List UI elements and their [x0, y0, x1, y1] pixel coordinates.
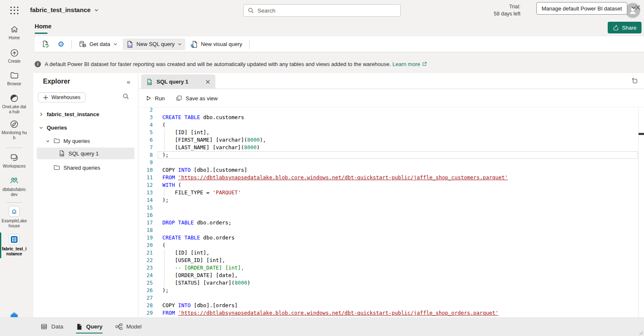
code-line[interactable]: 21 [ID] [int], — [139, 249, 644, 257]
line-number: 6 — [139, 136, 153, 144]
ribbon-toolbar: ⚙ Get data SQL New SQL query New visual … — [35, 36, 644, 52]
new-visual-query-button[interactable]: New visual query — [187, 38, 245, 50]
sidebar-item-home[interactable]: Home — [0, 25, 28, 41]
code-line[interactable]: 29FROM 'https://dbtlabsynapsedatalake.bl… — [139, 309, 644, 317]
sidebar-item-create[interactable]: Create — [0, 48, 28, 64]
copy-icon[interactable] — [631, 77, 638, 84]
code-line[interactable]: 16 — [139, 211, 644, 219]
sidebar-item-examplelakehouse[interactable]: ExampleLakehouse — [0, 206, 28, 229]
indent-guide — [164, 249, 164, 257]
scrollbar-marker[interactable] — [639, 133, 644, 135]
external-link-icon — [422, 61, 427, 66]
code-line[interactable]: 24 [ORDER_DATE] [date], — [139, 272, 644, 279]
code-line[interactable]: 23 -- [ORDER_DATE] [int], — [139, 264, 644, 272]
sidebar-item-monitoring-hub[interactable]: Monitoring hub — [0, 120, 28, 140]
code-line[interactable]: 27 — [139, 294, 644, 302]
code-line[interactable]: 20( — [139, 242, 644, 249]
code-line[interactable]: 13 FILE_TYPE = 'PARQUET' — [139, 189, 644, 196]
tab-model[interactable]: Model — [115, 317, 142, 336]
code-line[interactable]: 17DROP TABLE dbo.orders; — [139, 219, 644, 227]
get-data-button[interactable]: Get data — [76, 38, 121, 50]
divider — [249, 40, 250, 49]
indent-guide — [164, 189, 164, 196]
tab-data[interactable]: Data — [40, 317, 63, 336]
svg-text:SQL: SQL — [128, 44, 133, 47]
learn-more-link[interactable]: Learn more — [392, 61, 427, 67]
refresh-document-button[interactable] — [38, 38, 53, 50]
tab-home[interactable]: Home — [35, 23, 51, 30]
code-text — [153, 204, 162, 211]
line-number: 8 — [139, 151, 153, 159]
code-line[interactable]: 18 — [139, 227, 644, 234]
tree-item-sql-query-1[interactable]: SQL SQL query 1 — [37, 148, 134, 159]
tree-item-warehouse-root[interactable]: fabric_test_instance — [33, 108, 138, 120]
code-line[interactable]: 9 — [139, 159, 644, 166]
code-line[interactable]: 4( — [139, 121, 644, 129]
code-line[interactable]: 28COPY INTO [dbo].[orders] — [139, 302, 644, 309]
close-tab-icon[interactable] — [205, 79, 210, 84]
code-line[interactable]: 15 — [139, 204, 644, 211]
code-line[interactable]: 5 [ID] [int], — [139, 129, 644, 136]
editor-overview-ruler — [638, 108, 639, 317]
save-as-view-button[interactable]: Save as view — [176, 95, 218, 102]
code-line[interactable]: 26); — [139, 287, 644, 294]
line-number: 4 — [139, 121, 153, 129]
code-line[interactable]: 8); — [139, 151, 644, 159]
line-number: 18 — [139, 227, 153, 234]
code-line[interactable]: 10COPY INTO [dbo].[customers] — [139, 166, 644, 174]
code-line[interactable]: 6 [FIRST_NAME] [varchar](8000), — [139, 136, 644, 144]
sql-code-editor[interactable]: 23CREATE TABLE dbo.customers4(5 [ID] [in… — [139, 108, 644, 317]
banner-message: A default Power BI dataset for faster re… — [45, 61, 391, 67]
share-button[interactable]: Share — [608, 22, 641, 33]
line-number: 21 — [139, 249, 153, 257]
code-line[interactable]: 2 — [139, 108, 644, 114]
code-line[interactable]: 25 [STATUS] [varchar](8000) — [139, 279, 644, 287]
search-input[interactable]: Search — [243, 4, 401, 17]
sql-document-icon: SQL — [126, 41, 134, 48]
code-line[interactable]: 11FROM 'https://dbtlabsynapsedatalake.bl… — [139, 174, 644, 181]
chevron-right-icon — [38, 112, 43, 117]
code-lines: 23CREATE TABLE dbo.customers4(5 [ID] [in… — [139, 108, 644, 317]
code-line[interactable]: 19CREATE TABLE dbo.orders — [139, 234, 644, 242]
collapse-panel-icon[interactable]: « — [127, 78, 130, 85]
code-line[interactable]: 12WITH ( — [139, 181, 644, 189]
code-line[interactable]: 3CREATE TABLE dbo.customers — [139, 114, 644, 121]
tab-query[interactable]: Query — [76, 317, 103, 336]
run-button[interactable]: Run — [146, 95, 165, 102]
sidebar-item-fabric-test-instance[interactable]: fabric_test_instance — [0, 234, 28, 257]
line-number: 11 — [139, 174, 153, 181]
banner-close-icon[interactable] — [635, 5, 641, 10]
explorer-panel: Explorer « Warehouses fabric_test_instan… — [33, 73, 138, 317]
settings-button[interactable]: ⚙ — [54, 38, 68, 50]
code-text — [153, 211, 162, 219]
tree-item-shared-queries[interactable]: Shared queries — [33, 162, 138, 173]
workspace-switcher[interactable]: fabric_test_instance — [30, 6, 99, 13]
code-line[interactable]: 22 [USER_ID] [int], — [139, 257, 644, 264]
code-line[interactable]: 14); — [139, 196, 644, 204]
resize-grip[interactable] — [639, 331, 643, 335]
sidebar-item-dbtlabsfabricdev[interactable]: dbtlabsfabricdev — [0, 176, 28, 197]
tab-sql-query-1[interactable]: SQL SQL query 1 — [141, 74, 215, 89]
chevron-down-icon — [38, 125, 43, 130]
tree-item-queries[interactable]: Queries — [33, 122, 138, 133]
save-as-view-icon — [176, 95, 182, 102]
line-number: 9 — [139, 159, 153, 166]
code-text: [LAST_NAME] [varchar](8000) — [153, 144, 260, 151]
line-number: 15 — [139, 204, 153, 211]
add-warehouses-button[interactable]: Warehouses — [38, 92, 86, 102]
explorer-search-icon[interactable] — [123, 93, 129, 100]
code-text — [153, 159, 162, 166]
app-launcher-icon[interactable] — [9, 6, 19, 15]
sql-file-icon: SQL — [58, 150, 65, 157]
plus-circle-icon — [10, 48, 19, 57]
code-line[interactable]: 7 [LAST_NAME] [varchar](8000) — [139, 144, 644, 151]
sidebar-item-onelake-data-hub[interactable]: OneLake data hub — [0, 94, 28, 115]
manage-default-dataset-button[interactable]: Manage default Power BI dataset — [536, 2, 627, 15]
code-text: COPY INTO [dbo].[customers] — [153, 166, 247, 174]
search-icon — [248, 8, 254, 14]
tree-item-my-queries[interactable]: My queries — [33, 135, 138, 147]
sidebar-item-workspaces[interactable]: Workspaces — [0, 153, 28, 169]
code-text: [ID] [int], — [153, 129, 210, 136]
sidebar-item-browse[interactable]: Browse — [0, 71, 28, 87]
new-sql-query-button[interactable]: SQL New SQL query — [123, 38, 185, 50]
